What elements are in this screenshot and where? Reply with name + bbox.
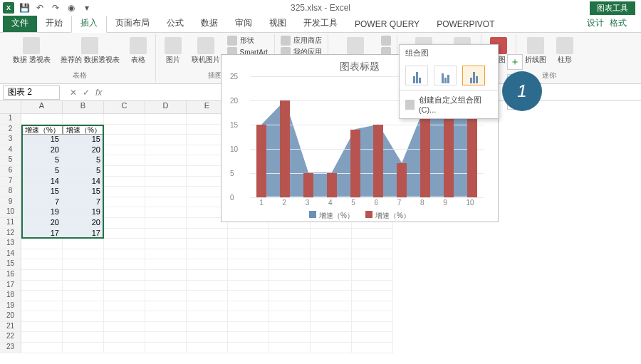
row-header-12[interactable]: 12 xyxy=(0,229,21,239)
row-header-7[interactable]: 7 xyxy=(0,177,21,187)
cell-C12[interactable] xyxy=(104,229,145,239)
tab-powerquery[interactable]: POWER QUERY xyxy=(346,16,428,32)
cell-C6[interactable] xyxy=(104,166,145,177)
cell-I18[interactable] xyxy=(352,291,393,301)
cell-D20[interactable] xyxy=(145,311,187,322)
tab-file[interactable]: 文件 xyxy=(3,14,37,32)
enter-formula-icon[interactable]: ✓ xyxy=(83,88,90,98)
tab-powerpivot[interactable]: POWERPIVOT xyxy=(428,16,503,32)
cell-D9[interactable] xyxy=(145,197,187,208)
row-header-14[interactable]: 14 xyxy=(0,249,21,260)
chart-type-1-button[interactable] xyxy=(381,36,391,46)
row-header-1[interactable]: 1 xyxy=(0,114,21,125)
cell-C4[interactable] xyxy=(104,145,145,156)
cell-A17[interactable] xyxy=(21,281,63,291)
cell-A20[interactable] xyxy=(21,311,63,322)
table-button[interactable]: 表格 xyxy=(127,36,150,66)
cell-D21[interactable] xyxy=(145,322,187,333)
cell-B2[interactable]: 增速（%） xyxy=(63,125,104,135)
cell-A1[interactable] xyxy=(21,114,63,125)
row-header-6[interactable]: 6 xyxy=(0,166,21,177)
cell-E20[interactable] xyxy=(187,311,228,322)
cell-D8[interactable] xyxy=(145,187,187,197)
cell-B20[interactable] xyxy=(63,311,104,322)
tab-review[interactable]: 审阅 xyxy=(226,14,261,32)
cell-B21[interactable] xyxy=(63,322,104,333)
cell-B23[interactable] xyxy=(63,343,104,353)
cell-B1[interactable] xyxy=(63,114,104,125)
cell-B13[interactable] xyxy=(63,239,104,249)
cell-E19[interactable] xyxy=(187,301,228,312)
cell-F22[interactable] xyxy=(228,332,269,343)
chart-elements-button[interactable]: ＋ xyxy=(507,54,523,70)
cell-C11[interactable] xyxy=(104,218,145,229)
cell-D17[interactable] xyxy=(145,281,187,291)
cell-I20[interactable] xyxy=(352,311,393,322)
cell-B5[interactable]: 5 xyxy=(63,155,104,166)
cell-G21[interactable] xyxy=(269,322,311,333)
cell-C2[interactable] xyxy=(104,125,145,135)
cell-C3[interactable] xyxy=(104,135,145,145)
chart-bar[interactable] xyxy=(256,125,266,197)
cell-B16[interactable] xyxy=(63,270,104,281)
cell-D13[interactable] xyxy=(145,239,187,249)
row-header-4[interactable]: 4 xyxy=(0,145,21,156)
cell-B22[interactable] xyxy=(63,332,104,343)
cell-G22[interactable] xyxy=(269,332,311,343)
cell-C18[interactable] xyxy=(104,291,145,301)
row-header-22[interactable]: 22 xyxy=(0,332,21,343)
cell-E21[interactable] xyxy=(187,322,228,333)
cell-H22[interactable] xyxy=(311,332,352,343)
qat-print-icon[interactable]: ◉ xyxy=(66,2,77,14)
cancel-formula-icon[interactable]: ✕ xyxy=(70,88,77,98)
store-button[interactable]: 应用商店 xyxy=(281,36,322,46)
tab-home[interactable]: 开始 xyxy=(37,14,71,32)
cell-D5[interactable] xyxy=(145,155,187,166)
cell-F14[interactable] xyxy=(228,249,269,260)
qat-undo-icon[interactable]: ↶ xyxy=(34,2,46,14)
cell-A21[interactable] xyxy=(21,322,63,333)
tab-formula[interactable]: 公式 xyxy=(158,14,192,32)
cell-G14[interactable] xyxy=(269,249,311,260)
cell-A8[interactable]: 15 xyxy=(21,187,63,197)
cell-C15[interactable] xyxy=(104,259,145,270)
cell-A18[interactable] xyxy=(21,291,63,301)
cell-B7[interactable]: 14 xyxy=(63,177,104,187)
cell-E12[interactable] xyxy=(187,229,228,239)
cell-D3[interactable] xyxy=(145,135,187,145)
cell-A2[interactable]: 增速（%） xyxy=(21,125,63,135)
cell-E18[interactable] xyxy=(187,291,228,301)
cell-E15[interactable] xyxy=(187,259,228,270)
cell-B19[interactable] xyxy=(63,301,104,312)
cell-A10[interactable]: 19 xyxy=(21,207,63,218)
cell-D15[interactable] xyxy=(145,259,187,270)
cell-A23[interactable] xyxy=(21,343,63,353)
cell-B4[interactable]: 20 xyxy=(63,145,104,156)
row-header-10[interactable]: 10 xyxy=(0,207,21,218)
cell-H14[interactable] xyxy=(311,249,352,260)
cell-H16[interactable] xyxy=(311,270,352,281)
qat-more-icon[interactable]: ▾ xyxy=(81,2,93,14)
cell-E13[interactable] xyxy=(187,239,228,249)
cell-G15[interactable] xyxy=(269,259,311,270)
chart-bar[interactable] xyxy=(397,163,407,197)
cell-E17[interactable] xyxy=(187,281,228,291)
row-header-9[interactable]: 9 xyxy=(0,197,21,208)
name-box[interactable] xyxy=(3,85,60,100)
tab-view[interactable]: 视图 xyxy=(261,14,295,32)
cell-A5[interactable]: 5 xyxy=(21,155,63,166)
cell-D6[interactable] xyxy=(145,166,187,177)
cell-F21[interactable] xyxy=(228,322,269,333)
cell-H12[interactable] xyxy=(311,229,352,239)
cell-G12[interactable] xyxy=(269,229,311,239)
shapes-button[interactable]: 形状 xyxy=(227,36,269,46)
cell-B15[interactable] xyxy=(63,259,104,270)
cell-C9[interactable] xyxy=(104,197,145,208)
cell-C8[interactable] xyxy=(104,187,145,197)
cell-G18[interactable] xyxy=(269,291,311,301)
cell-F12[interactable] xyxy=(228,229,269,239)
cell-A3[interactable]: 15 xyxy=(21,135,63,145)
tab-layout[interactable]: 页面布局 xyxy=(107,14,158,32)
cell-D16[interactable] xyxy=(145,270,187,281)
combo-option-2[interactable] xyxy=(434,66,457,85)
